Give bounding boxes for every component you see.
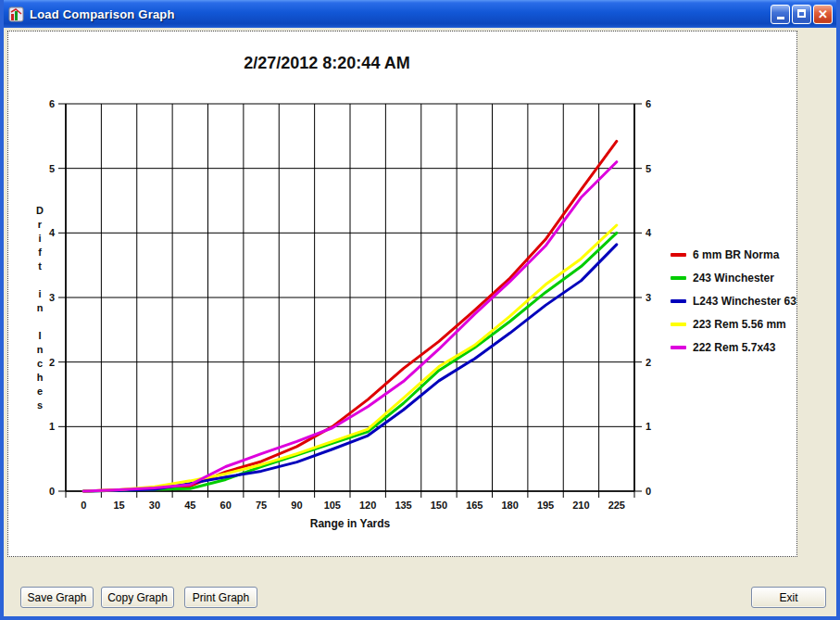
svg-text:30: 30	[149, 500, 160, 511]
legend-swatch-red	[671, 253, 686, 257]
svg-text:180: 180	[502, 500, 519, 511]
legend-label: 223 Rem 5.56 mm	[693, 318, 786, 331]
svg-text:195: 195	[537, 500, 554, 511]
svg-text:0: 0	[81, 500, 86, 511]
legend-label: 222 Rem 5.7x43	[693, 341, 775, 354]
legend-item: 243 Winchester	[671, 266, 797, 289]
svg-text:0: 0	[49, 486, 55, 497]
legend-swatch-magenta	[671, 346, 686, 349]
legend-swatch-yellow	[671, 323, 686, 326]
legend-swatch-green	[671, 276, 686, 280]
svg-text:6: 6	[49, 98, 55, 109]
maximize-icon	[797, 9, 806, 18]
close-icon: ✕	[818, 7, 828, 21]
svg-text:3: 3	[646, 292, 651, 303]
minimize-button[interactable]	[771, 5, 790, 24]
x-axis-label: Range in Yards	[257, 517, 443, 530]
svg-text:5: 5	[646, 163, 651, 174]
svg-text:6: 6	[646, 98, 651, 109]
svg-text:0: 0	[646, 486, 651, 497]
maximize-button[interactable]	[792, 5, 811, 24]
legend-label: 243 Winchester	[693, 272, 774, 285]
svg-text:1: 1	[646, 421, 651, 432]
app-chart-icon	[8, 6, 24, 22]
svg-text:105: 105	[324, 500, 341, 511]
title-bar[interactable]: Load Comparison Graph ✕	[0, 0, 840, 28]
legend-item: 223 Rem 5.56 mm	[671, 312, 797, 335]
svg-text:135: 135	[395, 500, 411, 511]
legend-label: 6 mm BR Norma	[693, 248, 779, 261]
svg-text:4: 4	[49, 227, 56, 238]
save-graph-button[interactable]: Save Graph	[20, 587, 94, 608]
exit-button[interactable]: Exit	[751, 587, 826, 608]
svg-text:120: 120	[359, 500, 376, 511]
window-title: Load Comparison Graph	[30, 7, 175, 21]
legend-label: L243 Winchester 634	[693, 295, 797, 308]
close-button[interactable]: ✕	[813, 5, 833, 24]
svg-text:1: 1	[49, 421, 55, 432]
svg-text:45: 45	[184, 500, 195, 511]
print-graph-button[interactable]: Print Graph	[184, 587, 257, 608]
svg-text:90: 90	[291, 500, 302, 511]
svg-text:225: 225	[608, 500, 625, 511]
svg-text:165: 165	[466, 500, 483, 511]
svg-text:15: 15	[113, 500, 124, 511]
load-comparison-window: Load Comparison Graph ✕ 2/27/2012 8:20:4…	[0, 0, 840, 620]
svg-text:2: 2	[646, 357, 651, 368]
svg-text:3: 3	[49, 292, 55, 303]
svg-text:210: 210	[572, 500, 589, 511]
minimize-icon	[777, 17, 784, 19]
legend-item: 222 Rem 5.7x43	[671, 335, 797, 359]
legend-swatch-blue	[671, 299, 686, 303]
legend-item: 6 mm BR Norma	[671, 243, 797, 266]
svg-text:4: 4	[646, 227, 652, 238]
graph-panel: 2/27/2012 8:20:44 AM D r i f t i n I n c…	[7, 31, 797, 557]
svg-text:150: 150	[431, 500, 447, 511]
svg-text:5: 5	[49, 163, 55, 174]
copy-graph-button[interactable]: Copy Graph	[101, 587, 174, 608]
legend-item: L243 Winchester 634	[671, 289, 797, 312]
svg-text:2: 2	[49, 357, 55, 368]
svg-text:60: 60	[220, 500, 232, 511]
chart-legend: 6 mm BR Norma 243 Winchester L243 Winche…	[671, 243, 797, 359]
svg-text:75: 75	[256, 500, 267, 511]
